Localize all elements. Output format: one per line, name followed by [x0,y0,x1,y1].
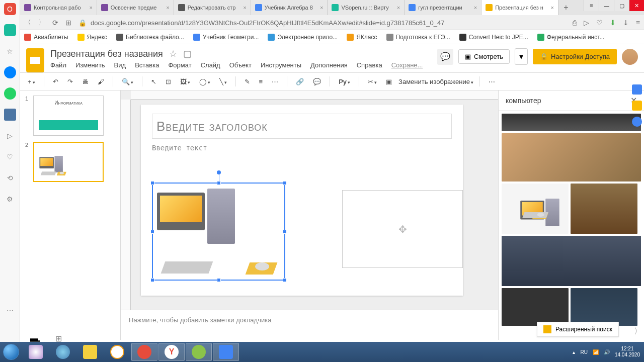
bookmark-item[interactable]: ЯКласс [347,34,377,41]
explore-search-term[interactable]: компьютер [506,97,541,105]
menu-arrange[interactable]: Объект [229,61,252,69]
bookmark-item[interactable]: Учебник Геометри... [193,34,259,41]
rotate-handle[interactable] [217,170,221,174]
tray-arrow-icon[interactable]: ▴ [573,349,575,355]
comments-button[interactable]: 💬 [437,49,453,65]
title-placeholder[interactable]: Введите заголовок [152,114,452,139]
maximize-button[interactable]: ▢ [614,0,629,11]
link-button[interactable]: 🔗 [293,76,306,87]
volume-icon[interactable]: 🔊 [604,349,610,355]
heart-icon[interactable]: ♡ [596,19,603,27]
slide-canvas[interactable]: Введите заголовок Введите текст [141,105,463,296]
download-icon[interactable]: ⬇ [610,19,616,27]
messenger-icon[interactable] [4,66,16,78]
taskbar-item[interactable] [104,343,130,361]
print-button[interactable]: 🖶 [79,76,91,87]
border-dash-button[interactable]: ⋯ [269,76,281,87]
sidebar-history-icon[interactable]: ⟲ [4,172,16,184]
image-result[interactable] [502,236,641,286]
speed-dial-button[interactable]: ⊞ [65,19,71,27]
sidebar-bookmarks-icon[interactable]: ☆ [4,45,16,57]
whatsapp-icon[interactable] [4,87,16,100]
menu-format[interactable]: Формат [168,61,191,69]
comment-button[interactable]: 💬 [310,76,324,87]
close-icon[interactable]: × [474,5,477,11]
sidebar-speed-dial-icon[interactable] [4,24,16,36]
text-placeholder[interactable]: Введите текст [152,144,452,152]
redo-button[interactable]: ↷ [65,76,75,87]
advanced-search-button[interactable]: Расширенный поиск [537,322,619,337]
speaker-notes[interactable]: Нажмите, чтобы добавить заметки докладчи… [121,310,498,340]
bookmark-item[interactable]: Библиотека файло... [116,34,184,41]
vk-icon[interactable] [4,109,16,121]
image-result[interactable] [502,133,641,182]
textbox-tool[interactable]: ⊡ [163,76,174,87]
flow-icon[interactable]: ▷ [584,19,589,27]
format-options-button[interactable]: Py [336,76,353,87]
close-icon[interactable]: × [89,5,92,11]
bookmark-item[interactable]: Электронное прило... [268,34,338,41]
clock[interactable]: 12:21 14.04.2020 [615,346,640,358]
move-folder-icon[interactable]: ▢ [183,48,192,59]
menu-addons[interactable]: Дополнения [310,61,348,69]
selected-image[interactable] [152,183,285,281]
present-dropdown[interactable]: ▾ [515,48,528,65]
mask-button[interactable]: ▣ [383,76,394,87]
sidebar-settings-icon[interactable]: ⚙ [4,193,16,205]
network-icon[interactable]: 📶 [593,349,599,355]
save-page-icon[interactable]: ⤓ [623,19,629,27]
taskbar-item-active[interactable] [213,343,239,361]
start-button[interactable] [0,342,22,362]
close-window-button[interactable]: ✕ [629,0,644,11]
bookmark-item[interactable]: Яндекс [77,34,107,41]
close-icon[interactable]: × [551,5,554,11]
grid-view-button[interactable]: ⊞ [55,334,65,342]
menu-help[interactable]: Справка [357,61,382,69]
minimize-button[interactable]: — [599,0,614,11]
sidebar-more-icon[interactable]: ⋯ [4,305,16,317]
menu-file[interactable]: Файл [50,61,66,69]
bookmark-item[interactable]: Подготовка к ЕГЭ... [386,34,450,41]
browser-tab[interactable]: VSopen.ru :: Вирту× [328,0,405,15]
bookmark-item[interactable]: Авиабилеты [24,34,68,41]
taskbar-item-active[interactable]: Y [158,343,185,361]
image-result[interactable] [571,184,637,234]
share-button[interactable]: 🔒 Настройки Доступа [533,49,617,64]
opera-menu-button[interactable]: ≡ [584,0,599,11]
zoom-button[interactable]: 🔍 [119,76,136,87]
browser-tab[interactable]: Освоение предме× [97,0,174,15]
menu-edit[interactable]: Изменить [75,61,105,69]
line-tool[interactable]: ╲ [217,76,229,87]
browser-tab[interactable]: Редактировать стр× [174,0,251,15]
taskbar-item-active[interactable] [186,343,212,361]
document-title[interactable]: Презентация без названия [50,49,163,59]
browser-tab-active[interactable]: Презентация без н× [481,0,558,15]
taskbar-item[interactable] [50,343,76,361]
language-indicator[interactable]: RU [580,349,587,355]
present-button[interactable]: ▣ Смотреть [458,49,510,64]
expand-side-panel-icon[interactable]: 〉 [634,326,642,337]
image-result[interactable] [502,114,641,131]
keep-icon[interactable] [632,101,642,111]
slide-thumbnail[interactable]: Информатика [33,96,104,136]
menu-slide[interactable]: Слайд [201,61,220,69]
browser-tab[interactable]: гугл презентации× [405,0,481,15]
border-color-button[interactable]: ✎ [242,76,253,87]
star-icon[interactable]: ☆ [169,48,177,59]
filmstrip-view-button[interactable]: ▬ [30,334,40,342]
close-icon[interactable]: × [243,5,246,11]
slides-logo-icon[interactable] [26,48,44,72]
image-result[interactable] [502,288,569,326]
sidebar-heart-icon[interactable]: ♡ [4,151,16,163]
bookmark-item[interactable]: Федеральный инст... [537,34,605,41]
menu-tools[interactable]: Инструменты [261,61,301,69]
taskbar-item[interactable] [77,343,103,361]
bookmark-item[interactable]: Convert Heic to JPE... [459,34,528,41]
calendar-icon[interactable] [632,84,642,95]
image-tool[interactable]: 🖼 [178,76,193,87]
easy-setup-icon[interactable]: ≡ [636,19,640,27]
url-input[interactable]: 🔒 docs.google.com/presentation/d/1z8Y3GW… [78,19,566,27]
replace-image-button[interactable]: Заменить изображение [398,78,473,85]
image-placeholder[interactable]: ✥ [342,190,463,268]
close-icon[interactable]: × [320,5,323,11]
